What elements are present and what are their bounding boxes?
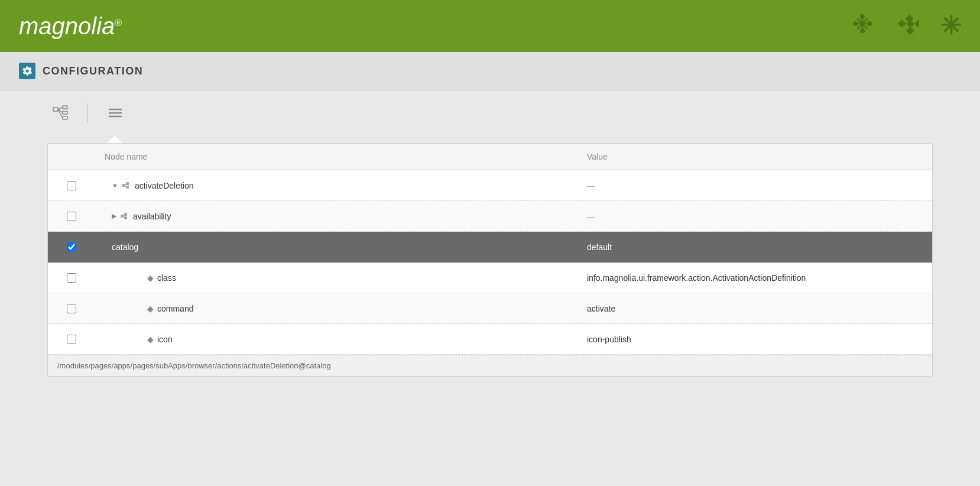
col-header-value: Value: [577, 144, 932, 170]
row-value-catalog: default: [577, 235, 932, 259]
tree-view-button[interactable]: [47, 101, 73, 125]
col-header-checkbox: [48, 144, 95, 170]
magnolia-logo: magnolia®: [19, 13, 122, 40]
svg-rect-29: [124, 213, 127, 216]
table-row-selected[interactable]: catalog default: [48, 232, 932, 263]
row-name-command: ◆ command: [95, 297, 577, 320]
gear-icon: [22, 66, 33, 76]
checkbox-activate-deletion[interactable]: [67, 181, 76, 190]
svg-rect-25: [126, 186, 129, 189]
tree-view-icon: [52, 105, 69, 121]
table-row[interactable]: ◆ icon icon-publish: [48, 324, 932, 355]
toolbar: [0, 90, 980, 135]
configuration-icon-box: [19, 63, 35, 79]
logo-registered: ®: [115, 17, 122, 27]
row-checkbox-class[interactable]: [48, 273, 95, 283]
row-checkbox-availability[interactable]: [48, 212, 95, 221]
row-value-activate-deletion: —: [577, 174, 932, 197]
cross-connect-icon[interactable]: [851, 12, 874, 41]
table-row[interactable]: ▼ activateDeletion —: [48, 170, 932, 201]
table-row[interactable]: ◆ command activate: [48, 293, 932, 324]
svg-rect-13: [53, 108, 58, 111]
svg-rect-9: [898, 19, 906, 27]
expand-arrow-down-icon[interactable]: ▼: [112, 182, 118, 189]
leaf-icon: ◆: [147, 335, 154, 344]
header-icons-group: ✳: [851, 12, 961, 41]
row-name-icon-field: ◆ icon: [95, 328, 577, 351]
row-value-class: info.magnolia.ui.framework.action.Activa…: [577, 266, 932, 290]
node-name-icon-field: icon: [157, 335, 173, 344]
table-row[interactable]: ◆ class info.magnolia.ui.framework.actio…: [48, 263, 932, 293]
svg-rect-11: [914, 19, 919, 27]
checkbox-catalog[interactable]: [67, 242, 76, 252]
svg-line-32: [124, 216, 124, 218]
data-table: Node name Value ▼ activateDeletion —: [47, 143, 933, 377]
app-header: magnolia®: [0, 0, 980, 52]
asterisk-icon[interactable]: ✳: [940, 14, 961, 38]
row-value-icon-field: icon-publish: [577, 328, 932, 351]
svg-rect-15: [63, 111, 67, 114]
toolbar-divider: [87, 103, 88, 122]
checkbox-class[interactable]: [67, 273, 76, 283]
node-name-activate-deletion: activateDeletion: [135, 181, 194, 190]
checkbox-availability[interactable]: [67, 212, 76, 221]
page-title-bar: CONFIGURATION: [0, 52, 980, 90]
logo-text: magnolia®: [19, 13, 122, 40]
table-row[interactable]: ▶ availability —: [48, 201, 932, 232]
node-icon: [122, 181, 131, 190]
node-name-availability: availability: [133, 212, 171, 221]
row-checkbox-activate-deletion[interactable]: [48, 181, 95, 190]
page-title: CONFIGURATION: [43, 65, 143, 77]
svg-line-17: [58, 108, 63, 110]
svg-rect-28: [121, 215, 124, 218]
list-view-button[interactable]: [102, 101, 128, 125]
node-name-class: class: [157, 273, 176, 283]
status-bar: /modules/pages/apps/pages/subApps/browse…: [48, 355, 932, 376]
expand-arrow-icon[interactable]: ▶: [112, 212, 116, 220]
list-view-icon: [107, 105, 124, 121]
svg-line-27: [125, 185, 126, 187]
svg-line-31: [124, 214, 124, 216]
svg-line-26: [125, 183, 126, 185]
leaf-icon: ◆: [147, 273, 154, 283]
node-name-catalog: catalog: [112, 242, 138, 252]
row-value-command: activate: [577, 297, 932, 320]
checkbox-icon-field[interactable]: [67, 335, 76, 344]
content-area: Node name Value ▼ activateDeletion —: [0, 135, 980, 394]
row-checkbox-command[interactable]: [48, 304, 95, 313]
checkbox-command[interactable]: [67, 304, 76, 313]
diamond-grid-icon[interactable]: [895, 12, 919, 41]
col-header-node-name: Node name: [95, 144, 577, 170]
row-value-availability: —: [577, 205, 932, 228]
node-icon: [120, 212, 129, 221]
svg-rect-23: [122, 184, 125, 187]
svg-rect-16: [63, 116, 67, 119]
row-checkbox-icon-field[interactable]: [48, 335, 95, 344]
svg-rect-30: [124, 216, 127, 219]
row-name-class: ◆ class: [95, 266, 577, 290]
status-path: /modules/pages/apps/pages/subApps/browse…: [57, 361, 331, 370]
leaf-icon: ◆: [147, 304, 154, 313]
row-checkbox-catalog[interactable]: [48, 242, 95, 252]
node-name-command: command: [157, 304, 193, 313]
pointer-triangle: [106, 135, 123, 144]
row-name-activate-deletion: ▼ activateDeletion: [95, 174, 577, 197]
svg-rect-12: [906, 26, 914, 34]
svg-rect-14: [63, 106, 67, 109]
svg-rect-24: [126, 182, 129, 185]
row-name-availability: ▶ availability: [95, 205, 577, 228]
table-header: Node name Value: [48, 144, 932, 170]
row-name-catalog: catalog: [95, 235, 577, 259]
